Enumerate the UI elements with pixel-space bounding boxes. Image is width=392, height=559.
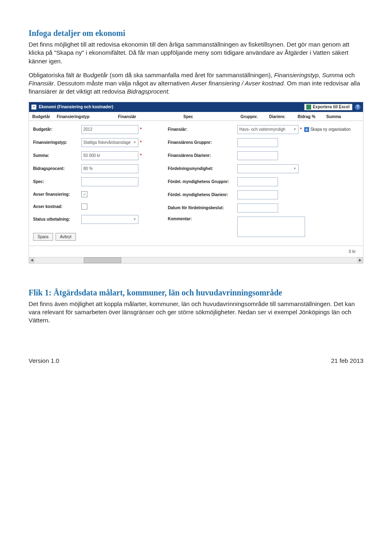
select-fintyp[interactable]: Statliga fiskevårdsanslage ▼ [81, 138, 138, 147]
paragraph-3: Det finns även möjlighet att koppla måla… [29, 300, 363, 325]
input-fin-diarie[interactable] [237, 151, 278, 160]
select-finansiar-value: Havs- och vattenmyndigh [239, 127, 285, 132]
select-fintyp-value: Statliga fiskevårdsanslage [83, 140, 131, 145]
col-spec: Spec [183, 114, 241, 119]
label-fin-diarie: Finansiärens Diarienr: [168, 153, 237, 158]
label-budgetar: Budgetår: [33, 127, 81, 132]
p2-i5: Avser finansiering / Avser kostnad. [192, 80, 285, 87]
footer-version: Version 1.0 [29, 357, 59, 364]
paragraph-1: Det finns möjlighet till att redovisa ek… [29, 40, 363, 65]
plus-icon: + [304, 127, 309, 132]
label-kommentar: Kommentar: [168, 217, 237, 221]
scroll-track[interactable] [35, 257, 357, 263]
label-finansiar: Finansiär: [168, 127, 237, 132]
screenshot-ekonomi: − Ekonomi (Finansiering och kostnader) E… [29, 102, 363, 264]
label-fin-grupp: Finansiärens Gruppnr: [168, 140, 237, 145]
select-fordeln[interactable]: ▼ [237, 164, 298, 173]
p2-i3: Summa [322, 72, 343, 78]
label-avskost: Avser kostnad: [33, 204, 81, 209]
select-finansiar[interactable]: Havs- och vattenmyndigh ▼ [237, 125, 298, 134]
input-fin-grupp[interactable] [237, 138, 278, 147]
chevron-down-icon: ▼ [293, 127, 296, 131]
label-ford-grupp: Fördel. myndighetens Gruppnr: [168, 179, 237, 184]
chevron-down-icon: ▼ [133, 141, 136, 144]
heading-infoga: Infoga detaljer om ekonomi [29, 29, 363, 38]
heading-flik1: Flik 1: Åtgärdsdata målart, kommuner, lä… [29, 288, 363, 297]
col-gruppnr: Gruppnr. [241, 114, 269, 119]
skapa-org-label: Skapa ny organisation [310, 127, 351, 132]
checkbox-avs-fin[interactable]: ✓ [81, 191, 87, 197]
p2-d: och [343, 72, 354, 78]
panel-title: Ekonomi (Finansiering och kostnader) [39, 105, 113, 109]
export-excel-button[interactable]: Exportera till Excel [304, 104, 352, 110]
label-status: Status utbetalning: [33, 217, 81, 221]
spara-button[interactable]: Spara [33, 233, 53, 241]
avbryt-button[interactable]: Avbryt [56, 233, 76, 241]
label-avsfin: Avser finansiering: [33, 192, 81, 197]
excel-icon [306, 105, 311, 110]
input-ford-diarie[interactable] [237, 190, 278, 199]
p2-b: (som då ska sammanfalla med året för sam… [108, 72, 274, 78]
required-mark: * [140, 127, 142, 132]
scroll-thumb[interactable] [84, 257, 121, 263]
input-summa[interactable] [81, 151, 138, 160]
checkbox-avs-kost[interactable] [81, 203, 87, 210]
label-fordeln: Fördelningsmyndighet: [168, 166, 237, 171]
p2-c: , [318, 72, 322, 78]
input-budgetar[interactable] [81, 125, 138, 134]
label-summa: Summa: [33, 153, 81, 158]
collapse-icon[interactable]: − [31, 105, 36, 110]
p2-i1: udgetår [87, 72, 108, 78]
col-summa: Summa [326, 114, 351, 119]
form-area: Budgetår: * Finansieringstyp: Statliga f… [29, 121, 363, 246]
textarea-kommentar[interactable] [237, 217, 305, 237]
col-finansiar: Finansiär [118, 114, 183, 119]
select-status[interactable]: ▼ [81, 215, 138, 224]
label-fintyp: Finansieringstyp: [33, 140, 81, 145]
p2-a: Obligatoriska fält är B [29, 72, 87, 78]
help-icon[interactable]: ? [355, 104, 361, 110]
sum-value: 0 kr [349, 249, 356, 254]
grid-header: Budgetår Finansieringstyp Finansiär Spec… [29, 112, 363, 121]
input-ford-grupp[interactable] [237, 177, 278, 186]
p2-i2: Finansieringstyp [274, 72, 318, 78]
scroll-left-icon[interactable]: ◀ [29, 257, 35, 263]
page-footer: Version 1.0 21 feb 2013 [29, 357, 363, 364]
col-diarienr: Diarienr. [269, 114, 298, 119]
required-mark: * [300, 127, 302, 132]
label-datum: Datum för fördelningsbeslut: [168, 206, 237, 210]
label-bidrag: Bidragsprocent: [33, 166, 81, 171]
chevron-down-icon: ▼ [133, 217, 136, 221]
input-spec[interactable] [81, 177, 138, 186]
p2-e: . Dessutom måste man välja något av alte… [54, 80, 192, 87]
scroll-right-icon[interactable]: ▶ [357, 257, 363, 263]
chevron-down-icon: ▼ [293, 167, 296, 170]
skapa-org-button[interactable]: + Skapa ny organisation [304, 127, 351, 132]
col-fintyp: Finansieringstyp [57, 114, 118, 119]
col-budgetar: Budgetår [32, 114, 57, 119]
input-datum[interactable] [237, 203, 278, 212]
label-ford-diarie: Fördel. myndighetens Diarienr: [168, 192, 237, 197]
col-bidrag: Bidrag % [298, 114, 326, 119]
required-mark: * [140, 153, 142, 158]
p2-i6: Bidragsprocent. [127, 88, 170, 95]
sum-row: 0 kr [29, 246, 363, 257]
export-label: Exportera till Excel [313, 105, 350, 109]
paragraph-2: Obligatoriska fält är Budgetår (som då s… [29, 71, 363, 96]
input-bidrag[interactable] [81, 164, 138, 173]
footer-date: 21 feb 2013 [331, 357, 363, 364]
p2-i4: Finansiär [29, 80, 54, 87]
horizontal-scrollbar[interactable]: ◀ ▶ [29, 257, 363, 263]
panel-header: − Ekonomi (Finansiering och kostnader) E… [29, 102, 363, 112]
required-mark: * [140, 140, 142, 145]
label-spec: Spec: [33, 179, 81, 184]
